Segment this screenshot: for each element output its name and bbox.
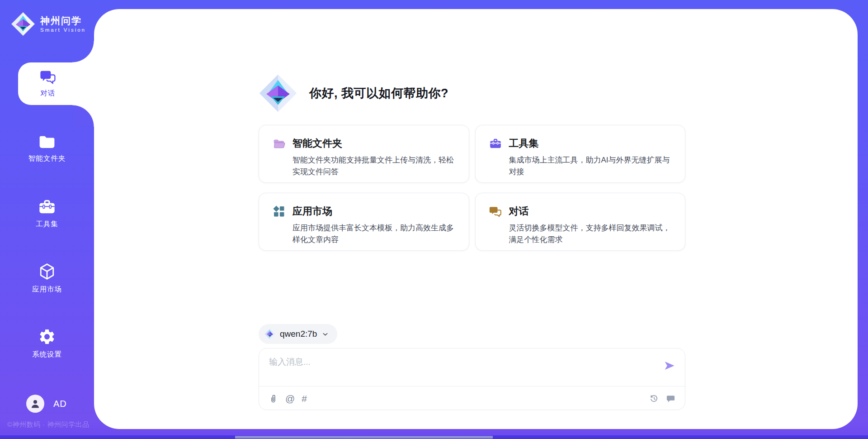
greeting-text: 你好, 我可以如何帮助你? bbox=[309, 85, 448, 101]
sidebar-item-smart-folder[interactable]: 智能文件夹 bbox=[0, 129, 94, 168]
sidebar-item-chat[interactable]: 对话 bbox=[18, 62, 94, 105]
folder-open-icon bbox=[273, 137, 285, 150]
model-name: qwen2:7b bbox=[280, 329, 317, 339]
user-name: AD bbox=[53, 399, 67, 409]
toolbox-icon bbox=[489, 137, 502, 150]
card-toolset[interactable]: 工具集 集成市场上主流工具，助力AI与外界无缝扩展与对接 bbox=[475, 125, 686, 183]
feedback-icon[interactable] bbox=[665, 393, 676, 404]
composer-toolbar: @ # bbox=[259, 387, 685, 410]
folder-icon bbox=[38, 134, 56, 150]
sidebar-item-label: 智能文件夹 bbox=[28, 154, 66, 163]
card-title: 工具集 bbox=[509, 137, 672, 150]
card-desc: 灵活切换多模型文件，支持多样回复效果调试，满足个性化需求 bbox=[509, 222, 672, 245]
card-title: 对话 bbox=[509, 205, 672, 218]
card-smart-folder[interactable]: 智能文件夹 智能文件夹功能支持批量文件上传与清洗，轻松实现文件问答 bbox=[259, 125, 469, 183]
model-selector[interactable]: qwen2:7b bbox=[259, 324, 337, 344]
brand-subtitle: Smart Vision bbox=[40, 27, 86, 33]
sidebar-item-toolset[interactable]: 工具集 bbox=[0, 194, 94, 234]
grid-icon bbox=[273, 205, 285, 218]
feature-cards: 智能文件夹 智能文件夹功能支持批量文件上传与清洗，轻松实现文件问答 工具集 集成… bbox=[259, 125, 685, 251]
history-icon[interactable] bbox=[649, 393, 659, 404]
mention-icon[interactable]: @ bbox=[285, 394, 295, 403]
sidebar: 神州问学 Smart Vision 对话 智能文件夹 工具集 应用市场 bbox=[0, 0, 94, 439]
hashtag-icon[interactable]: # bbox=[302, 394, 307, 403]
brand-name: 神州问学 bbox=[40, 15, 86, 26]
card-chat[interactable]: 对话 灵活切换多模型文件，支持多样回复效果调试，满足个性化需求 bbox=[475, 193, 686, 251]
attachment-icon[interactable] bbox=[268, 393, 278, 404]
sidebar-item-app-market[interactable]: 应用市场 bbox=[0, 258, 94, 298]
chat-icon bbox=[39, 69, 57, 86]
chevron-down-icon bbox=[321, 330, 329, 338]
sidebar-item-label: 系统设置 bbox=[32, 350, 62, 359]
chat-icon bbox=[489, 205, 502, 218]
logo-diamond-icon bbox=[264, 329, 275, 339]
gear-icon bbox=[38, 328, 56, 346]
active-tab-fillet-top bbox=[72, 41, 94, 62]
avatar bbox=[26, 395, 44, 413]
message-input[interactable] bbox=[259, 348, 648, 377]
active-tab-fillet-bottom bbox=[72, 105, 94, 127]
sidebar-item-label: 对话 bbox=[41, 89, 56, 98]
card-desc: 应用市场提供丰富长文本模板，助力高效生成多样化文章内容 bbox=[292, 222, 455, 245]
card-title: 应用市场 bbox=[292, 205, 455, 218]
card-desc: 智能文件夹功能支持批量文件上传与清洗，轻松实现文件问答 bbox=[292, 154, 455, 177]
bottom-hint-bar bbox=[235, 436, 493, 439]
sidebar-item-settings[interactable]: 系统设置 bbox=[0, 324, 94, 363]
brand-diamond-icon bbox=[259, 74, 297, 113]
toolbox-icon bbox=[38, 198, 56, 215]
person-icon bbox=[29, 398, 41, 410]
brand-logo: 神州问学 Smart Vision bbox=[11, 12, 86, 36]
card-title: 智能文件夹 bbox=[292, 137, 455, 150]
cube-icon bbox=[38, 262, 56, 281]
sidebar-footer: ©神州数码 · 神州问学出品 bbox=[7, 420, 89, 429]
greeting-block: 你好, 我可以如何帮助你? bbox=[259, 74, 448, 113]
sidebar-item-label: 应用市场 bbox=[32, 285, 62, 294]
sidebar-item-label: 工具集 bbox=[36, 220, 58, 229]
logo-diamond-icon bbox=[11, 12, 35, 36]
main-panel: 你好, 我可以如何帮助你? 智能文件夹 智能文件夹功能支持批量文件上传与清洗，轻… bbox=[94, 9, 858, 429]
message-composer: @ # bbox=[259, 348, 685, 410]
send-icon[interactable] bbox=[663, 359, 676, 372]
user-account[interactable]: AD bbox=[26, 395, 67, 413]
card-app-market[interactable]: 应用市场 应用市场提供丰富长文本模板，助力高效生成多样化文章内容 bbox=[259, 193, 469, 251]
card-desc: 集成市场上主流工具，助力AI与外界无缝扩展与对接 bbox=[509, 154, 672, 177]
